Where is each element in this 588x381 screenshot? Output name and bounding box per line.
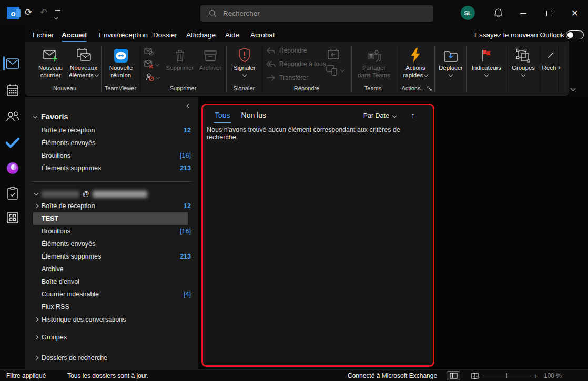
filter-tab-unread[interactable]: Non lus <box>241 111 266 119</box>
tab-aide[interactable]: Aide <box>225 28 239 41</box>
notifications-bell-icon[interactable] <box>493 8 503 18</box>
group-label-repondre: Répondre <box>283 85 330 94</box>
search-input[interactable]: Rechercher <box>200 5 433 22</box>
flags-button[interactable]: Indicateurs <box>469 45 504 85</box>
at-sign: @ <box>83 190 89 198</box>
loop-module-icon[interactable] <box>5 161 20 176</box>
zoom-in-button[interactable]: + <box>534 370 538 381</box>
folder-junk[interactable]: Courrier indésirable[4] <box>25 288 198 301</box>
calendar-module-icon[interactable] <box>5 83 20 98</box>
search-people-button-clipped[interactable]: Rech <box>542 45 556 85</box>
move-button[interactable]: Déplacer <box>437 45 465 85</box>
search-placeholder: Rechercher <box>223 9 260 17</box>
account-email-redacted <box>42 191 79 198</box>
folder-groups[interactable]: Groupes <box>25 331 198 344</box>
account-header[interactable]: @ <box>25 187 198 201</box>
tab-fichier[interactable]: Fichier <box>33 28 54 41</box>
more-apps-icon[interactable] <box>5 210 20 225</box>
folder-archive[interactable]: Archive <box>25 263 198 275</box>
tab-affichage[interactable]: Affichage <box>186 28 216 41</box>
favorite-sent-items[interactable]: Éléments envoyés <box>25 137 198 149</box>
new-items-button[interactable]: Nouveaux éléments <box>67 45 100 85</box>
tab-dossier[interactable]: Dossier <box>153 28 177 41</box>
tab-acrobat[interactable]: Acrobat <box>250 28 275 41</box>
new-items-icon <box>76 45 92 63</box>
new-items-label: Nouveaux éléments <box>67 65 100 79</box>
ribbon-collapse-chevron-icon[interactable] <box>571 84 575 94</box>
folder-search-folders[interactable]: Dossiers de recherche <box>25 352 198 364</box>
favorites-header-label: Favoris <box>41 112 68 121</box>
pane-divider <box>32 181 192 182</box>
favorite-inbox[interactable]: Boîte de réception12 <box>25 124 198 137</box>
zoom-slider-thumb[interactable] <box>506 373 507 378</box>
sort-by-date-dropdown[interactable]: Par Date <box>363 112 396 119</box>
group-divider <box>351 46 352 92</box>
tab-accueil[interactable]: Accueil <box>62 28 87 41</box>
collapse-folder-pane-icon[interactable] <box>187 101 191 111</box>
favorite-deleted-items[interactable]: Éléments supprimés213 <box>25 162 198 174</box>
folder-pane: Favoris Boîte de réception12 Éléments en… <box>25 97 198 369</box>
folder-sent-items[interactable]: Éléments envoyés <box>25 238 198 250</box>
folder-conversation-history[interactable]: Historique des conversations <box>25 313 198 326</box>
move-folder-icon <box>443 45 458 63</box>
group-label-signaler: Signaler <box>228 85 260 94</box>
favorite-drafts[interactable]: Brouillons[16] <box>25 149 198 162</box>
folder-inbox[interactable]: Boîte de réception12 <box>25 200 198 212</box>
quick-actions-button[interactable]: Actions rapides <box>399 45 432 85</box>
mail-module-icon[interactable] <box>5 56 20 71</box>
customize-quick-access-toolbar-icon[interactable] <box>55 10 60 22</box>
filter-applied-status[interactable]: Filtre appliqué <box>6 370 46 381</box>
maximize-button[interactable] <box>537 0 561 26</box>
filter-tab-all[interactable]: Tous <box>215 111 230 119</box>
new-outlook-toggle[interactable] <box>566 30 584 39</box>
folders-up-to-date-status: Tous les dossiers sont à jour. <box>67 370 148 381</box>
reply-button[interactable]: Répondre <box>266 47 307 54</box>
groups-label: Groupes <box>512 65 535 72</box>
group-divider <box>505 46 505 92</box>
try-new-outlook-label: Essayez le nouveau Outlook <box>474 28 564 41</box>
flag-icon <box>480 45 493 63</box>
groups-icon <box>516 45 531 63</box>
groups-button[interactable]: Groupes <box>508 45 539 85</box>
group-label-teamviewer: TeamViewer <box>102 85 139 94</box>
send-receive-sync-icon[interactable]: ⟳ <box>25 8 32 17</box>
zoom-level[interactable]: 100 % <box>544 370 562 381</box>
zoom-slider[interactable] <box>483 376 531 376</box>
empty-results-message: Nous n'avons trouvé aucun élément corres… <box>207 126 433 141</box>
close-button[interactable]: × <box>563 0 587 26</box>
reply-with-meeting-icon[interactable] <box>327 48 340 60</box>
normal-view-button[interactable] <box>447 371 460 380</box>
tasks-module-icon[interactable] <box>5 186 20 201</box>
junk-button[interactable] <box>145 73 159 81</box>
sort-direction-icon[interactable]: ↑ <box>411 110 415 119</box>
ribbon: Nouveau TeamViewer Supprimer Signaler Ré… <box>25 42 569 96</box>
new-mail-button[interactable]: Nouveau courrier <box>35 45 66 85</box>
tab-envoi-reception[interactable]: Envoi/réception <box>99 28 148 41</box>
forward-button[interactable]: Transférer <box>266 74 308 81</box>
cleanup-button[interactable] <box>144 60 159 68</box>
share-to-teams-button[interactable]: Partager dans Teams <box>356 45 392 85</box>
reply-with-im-button[interactable] <box>326 64 344 76</box>
new-meeting-button[interactable]: Nouvelle réunion <box>104 45 138 85</box>
outlook-app-icon[interactable]: o <box>7 7 19 19</box>
people-module-icon[interactable] <box>5 109 20 124</box>
folder-deleted-items[interactable]: Éléments supprimés213 <box>25 250 198 263</box>
folder-test-selected[interactable]: TEST <box>33 212 188 225</box>
report-label: Signaler <box>234 65 256 72</box>
ignore-button[interactable] <box>144 47 154 56</box>
ribbon-scroll-right-icon[interactable]: › <box>558 63 561 71</box>
folder-outbox[interactable]: Boîte d'envoi <box>25 275 198 288</box>
archive-button[interactable]: Archiver <box>196 45 225 85</box>
minimize-button[interactable]: ─ <box>511 0 535 26</box>
dialog-launcher-icon[interactable] <box>427 86 432 91</box>
delete-button[interactable]: Supprimer <box>165 45 195 85</box>
zoom-out-button[interactable]: − <box>475 370 479 381</box>
undo-icon[interactable]: ↶ <box>40 8 47 17</box>
account-avatar[interactable]: SL <box>461 6 475 20</box>
favorites-header[interactable]: Favoris <box>34 110 68 123</box>
folder-drafts[interactable]: Brouillons[16] <box>25 225 198 238</box>
reply-all-button[interactable]: Répondre à tous <box>266 60 326 68</box>
folder-rss[interactable]: Flux RSS <box>25 301 198 313</box>
report-button[interactable]: Signaler <box>228 45 261 85</box>
todo-module-icon[interactable] <box>5 136 20 150</box>
